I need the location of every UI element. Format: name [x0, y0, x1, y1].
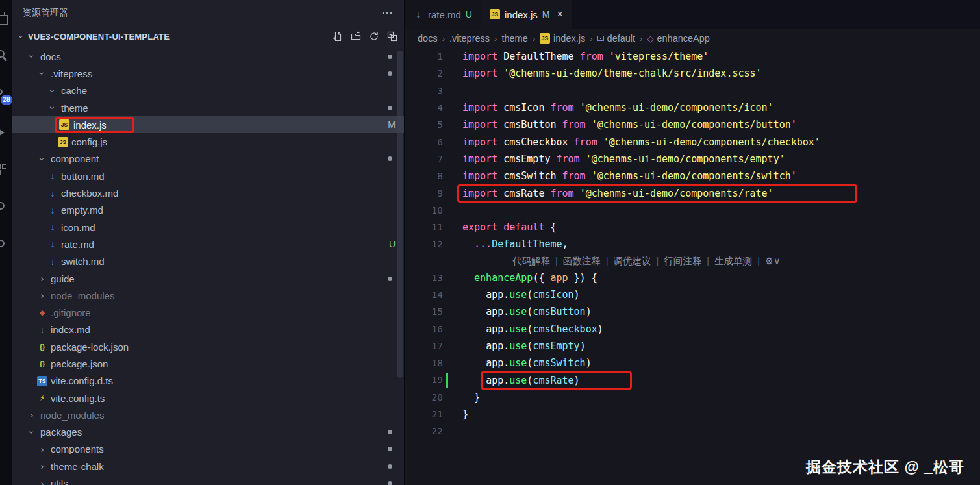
tree-item-label: docs: [40, 51, 61, 62]
tree-item-icon.md[interactable]: ↓icon.md: [12, 219, 404, 236]
code-line-4[interactable]: 4import cmsIcon from '@chenms-ui-demo/co…: [405, 99, 980, 116]
tree-item-config.js[interactable]: JSconfig.js: [12, 133, 404, 150]
tree-item-package-lock.json[interactable]: {}package-lock.json: [12, 338, 404, 355]
tree-item-.vitepress[interactable]: ›.vitepress: [12, 65, 404, 82]
code-line-15[interactable]: 15 app.use(cmsButton): [405, 303, 980, 320]
run-debug-icon[interactable]: [0, 125, 10, 142]
code-line-9[interactable]: 9import cmsRate from '@chenms-ui-demo/co…: [405, 184, 980, 201]
codelens-action-1[interactable]: 代码解释: [512, 255, 550, 267]
code-line-18[interactable]: 18 app.use(cmsSwitch): [405, 354, 980, 371]
line-number: 9: [405, 188, 443, 199]
code-line-text: export default {: [462, 221, 557, 233]
tab-label: index.js: [505, 9, 538, 20]
remote-icon[interactable]: [0, 200, 10, 217]
line-number: 5: [405, 119, 443, 130]
code-token: from: [557, 153, 586, 165]
line-number: 20: [405, 392, 443, 403]
code-line-10[interactable]: 10: [405, 202, 980, 219]
codelens-action-4[interactable]: 行间注释: [664, 255, 701, 267]
code-line-14[interactable]: 14 app.use(cmsIcon): [405, 286, 980, 303]
chevron-right-icon: ›: [37, 290, 47, 301]
tree-item-vite.config.ts[interactable]: ⚡vite.config.ts: [12, 390, 404, 406]
line-number: 17: [405, 341, 443, 351]
code-token: import: [462, 68, 503, 79]
code-line-21[interactable]: 21}: [405, 406, 980, 423]
tree-item-components[interactable]: ›components: [12, 441, 404, 458]
code-line-6[interactable]: 6import cmsCheckbox from '@chenms-ui-dem…: [405, 133, 980, 150]
tree-item-package.json[interactable]: {}package.json: [12, 355, 404, 372]
tree-item-cache[interactable]: ›cache: [12, 82, 404, 99]
code-token: import: [462, 153, 503, 165]
breadcrumb-item-default[interactable]: default: [597, 33, 636, 44]
tree-item-component[interactable]: ›component: [12, 151, 404, 168]
refresh-icon[interactable]: [369, 31, 379, 42]
code-line-20[interactable]: 20 }: [405, 389, 980, 406]
line-number: 15: [405, 306, 443, 317]
tree-item-theme-chalk[interactable]: ›theme-chalk: [12, 458, 404, 475]
activity-bar: 28: [0, 0, 12, 485]
breadcrumb-item-theme[interactable]: theme: [501, 33, 527, 44]
close-icon[interactable]: ×: [557, 8, 563, 20]
tree-item-label: button.md: [61, 171, 105, 182]
project-section-header[interactable]: › VUE3-COMPONENT-UI-TEMPLATE: [12, 26, 404, 47]
new-file-icon[interactable]: [333, 31, 343, 42]
code-line-1[interactable]: 1import DefaultTheme from 'vitepress/the…: [405, 48, 980, 65]
codelens-action-3[interactable]: 调优建议: [614, 255, 651, 267]
more-actions-icon[interactable]: ⋯: [381, 6, 394, 20]
line-number: 8: [405, 171, 443, 181]
tree-item-packages[interactable]: ›packages: [12, 424, 404, 441]
tree-item-button.md[interactable]: ↓button.md: [12, 168, 404, 184]
tree-item-vite.config.d.ts[interactable]: TSvite.config.d.ts: [12, 373, 404, 390]
tree-item-node_modules[interactable]: ›node_modules: [12, 406, 404, 423]
tree-item-checkbox.md[interactable]: ↓checkbox.md: [12, 184, 404, 201]
code-line-22[interactable]: 22: [405, 423, 980, 440]
code-token: export: [462, 221, 503, 233]
sidebar-scrollbar[interactable]: [397, 51, 403, 378]
code-line-8[interactable]: 8import cmsSwitch from '@chenms-ui-demo/…: [405, 168, 980, 184]
tab-index.js[interactable]: JSindex.jsM×: [481, 0, 572, 29]
breadcrumb-item-enhanceApp[interactable]: ◇enhanceApp: [647, 33, 709, 44]
search-icon[interactable]: [0, 48, 10, 65]
tab-rate.md[interactable]: ↓rate.mdU: [405, 0, 481, 29]
code-token: from: [550, 102, 579, 114]
code-line-12[interactable]: 12 ...DefaultTheme,: [405, 236, 980, 253]
codelens-separator: |: [606, 256, 609, 266]
tree-item-switch.md[interactable]: ↓switch.md: [12, 253, 404, 270]
file-tree: ›docs›.vitepress›cache›themeJSindex.jsMJ…: [12, 48, 404, 485]
tree-item-guide[interactable]: ›guide: [12, 270, 404, 287]
tree-item-utils[interactable]: ›utils: [12, 475, 404, 485]
account-icon[interactable]: [0, 238, 10, 255]
code-line-17[interactable]: 17 app.use(cmsEmpty): [405, 338, 980, 354]
tree-item-empty.md[interactable]: ↓empty.md: [12, 202, 404, 219]
gear-icon[interactable]: ⚙∨: [765, 256, 781, 266]
collapse-all-icon[interactable]: [387, 31, 397, 42]
tree-item-index.js[interactable]: JSindex.jsM: [12, 116, 404, 133]
code-line-11[interactable]: 11export default {: [405, 219, 980, 236]
breadcrumb-item-.vitepress[interactable]: .vitepress: [449, 33, 490, 44]
extensions-icon[interactable]: [0, 162, 10, 179]
json-file-icon: {}: [37, 358, 47, 369]
explorer-icon[interactable]: [0, 10, 10, 27]
code-token: .: [503, 375, 509, 386]
tree-item-theme[interactable]: ›theme: [12, 99, 404, 116]
code-line-7[interactable]: 7import cmsEmpty from '@chenms-ui-demo/c…: [405, 151, 980, 168]
code-line-19[interactable]: 19 app.use(cmsRate): [405, 371, 980, 388]
markdown-file-icon: ↓: [47, 239, 58, 249]
code-line-3[interactable]: 3: [405, 82, 980, 99]
codelens-action-2[interactable]: 函数注释: [563, 255, 601, 267]
new-folder-icon[interactable]: [351, 31, 361, 42]
codelens-action-5[interactable]: 生成单测: [714, 255, 752, 267]
tree-item-index.md[interactable]: ↓index.md: [12, 321, 404, 338]
breadcrumb-item-docs[interactable]: docs: [418, 33, 438, 44]
code-editor[interactable]: 1import DefaultTheme from 'vitepress/the…: [405, 48, 980, 485]
tree-item-.gitignore[interactable]: ◆.gitignore: [12, 304, 404, 321]
tree-item-node_modules[interactable]: ›node_modules: [12, 287, 404, 304]
code-line-13[interactable]: 13 enhanceApp({ app }) {: [405, 269, 980, 286]
code-line-16[interactable]: 16 app.use(cmsCheckbox): [405, 320, 980, 337]
code-line-2[interactable]: 2import '@chenms-ui-demo/theme-chalk/src…: [405, 65, 980, 82]
line-number: 18: [405, 358, 443, 368]
tree-item-docs[interactable]: ›docs: [12, 48, 404, 65]
breadcrumb-item-index.js[interactable]: JSindex.js: [540, 33, 585, 44]
tree-item-rate.md[interactable]: ↓rate.mdU: [12, 236, 404, 253]
code-line-5[interactable]: 5import cmsButton from '@chenms-ui-demo/…: [405, 116, 980, 133]
